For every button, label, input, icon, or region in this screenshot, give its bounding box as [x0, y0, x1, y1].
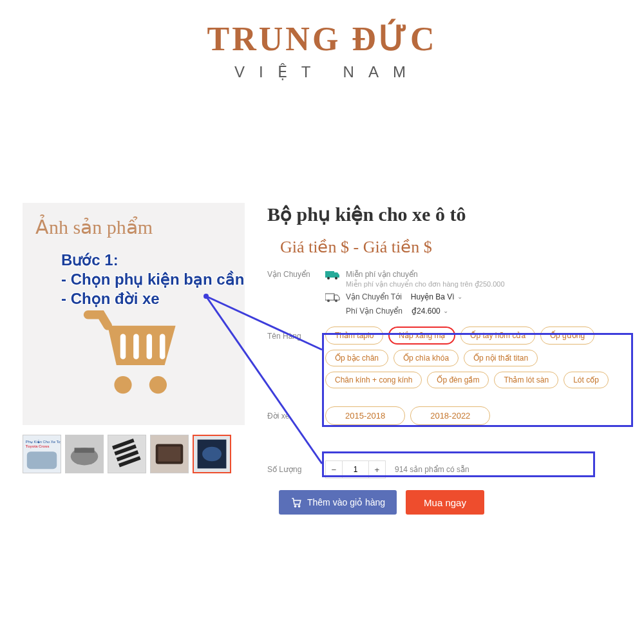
chevron-down-icon: ⌄	[443, 307, 448, 314]
variant-pill[interactable]: Thảm taplo	[325, 327, 383, 345]
cta-row: Thêm vào giỏ hàng Mua ngay	[279, 490, 638, 515]
svg-point-32	[335, 299, 337, 302]
variant-pill[interactable]: Ốp nội thất titan	[464, 350, 538, 366]
qty-value: 1	[343, 461, 368, 478]
cart-outline-icon	[290, 497, 302, 508]
product-title: Bộ phụ kiện cho xe ô tô	[267, 203, 638, 225]
svg-point-26	[202, 447, 222, 461]
ship-to-label: Vận Chuyển Tới	[346, 292, 402, 301]
thumbnail-strip: Phụ Kiện Cho Xe Toyota CrossToyota Cross	[23, 435, 231, 473]
chevron-down-icon: ⌄	[457, 293, 462, 300]
svg-text:Phụ Kiện Cho Xe Toyota Cross: Phụ Kiện Cho Xe Toyota Cross	[26, 440, 61, 444]
instruction-annotation: Bước 1: - Chọn phụ kiện bạn cần - Chọn đ…	[61, 251, 244, 309]
logo-main: TRUNG ĐỨC	[0, 19, 644, 58]
annotation-line-2: - Chọn đời xe	[61, 290, 244, 308]
svg-rect-27	[325, 271, 334, 278]
svg-rect-23	[158, 446, 181, 461]
buy-now-button[interactable]: Mua ngay	[406, 490, 484, 515]
variant-pill[interactable]: Ốp bậc chân	[325, 350, 388, 366]
cart-icon	[79, 299, 189, 409]
product-price: Giá tiền $ - Giá tiền $	[280, 237, 638, 257]
product-image-main[interactable]: Ảnh sản phẩm	[23, 203, 245, 425]
qty-plus-button[interactable]: +	[368, 461, 385, 478]
quantity-row: Số Lượng − 1 + 914 sản phẩm có sẵn	[267, 460, 638, 478]
variant-pill[interactable]: Ốp gương	[540, 327, 594, 345]
variant-pill[interactable]: Ốp chìa khóa	[393, 350, 459, 366]
free-shipping-title: Miễn phí vận chuyển	[346, 270, 505, 279]
svg-text:Toyota Cross: Toyota Cross	[26, 444, 50, 448]
stock-text: 914 sản phẩm có sẵn	[395, 465, 469, 474]
variant-pill[interactable]: Lót cốp	[564, 372, 609, 388]
svg-point-29	[335, 277, 337, 279]
thumbnail-3[interactable]	[108, 435, 146, 473]
variant-pill[interactable]: Ốp tay hõm cửa	[460, 327, 535, 345]
annotation-line-1: - Chọn phụ kiện bạn cần	[61, 270, 244, 289]
variant-pill[interactable]: Ốp đèn gầm	[427, 372, 489, 388]
truck-free-icon	[325, 270, 341, 280]
brand-header: TRUNG ĐỨC VIỆT NAM	[0, 0, 644, 81]
thumbnail-4[interactable]	[150, 435, 189, 473]
quantity-stepper: − 1 +	[325, 460, 386, 478]
year-pill[interactable]: 2018-2022	[410, 406, 490, 425]
year-label: Đời xe	[267, 406, 325, 421]
variant-pill[interactable]: Thảm lót sàn	[494, 372, 558, 388]
year-pills: 2015-2018 2018-2022	[325, 406, 638, 425]
free-shipping-sub: Miễn phí vận chuyển cho đơn hàng trên ₫2…	[346, 280, 505, 289]
variant-pills: Thảm taplo Nắp xăng mạ Ốp tay hõm cửa Ốp…	[325, 327, 638, 388]
ship-to-value[interactable]: Huyện Ba Vì⌄	[411, 292, 462, 301]
truck-icon	[325, 292, 341, 303]
svg-rect-15	[75, 448, 95, 453]
variant-label: Tên Hàng	[267, 327, 325, 341]
year-row: Đời xe 2015-2018 2018-2022	[267, 406, 638, 425]
shipping-block: Vận Chuyển Miễn phí vận chuyển Miễn phí …	[267, 270, 638, 317]
svg-rect-12	[27, 451, 57, 469]
annotation-title: Bước 1:	[61, 251, 244, 269]
thumbnail-5[interactable]	[193, 435, 231, 473]
variant-row: Tên Hàng Thảm taplo Nắp xăng mạ Ốp tay h…	[267, 327, 638, 388]
svg-point-5	[149, 376, 166, 393]
quantity-label: Số Lượng	[267, 465, 325, 474]
svg-point-31	[327, 299, 330, 302]
year-pill[interactable]: 2015-2018	[325, 406, 405, 425]
svg-point-28	[327, 277, 330, 279]
product-info: Bộ phụ kiện cho xe ô tô Giá tiền $ - Giá…	[267, 203, 638, 515]
svg-point-4	[114, 376, 131, 393]
svg-point-33	[294, 506, 296, 507]
variant-pill[interactable]: Chân kính + cong kính	[325, 372, 422, 388]
thumbnail-2[interactable]	[65, 435, 104, 473]
ship-fee-value[interactable]: ₫24.600⌄	[412, 307, 448, 316]
svg-point-34	[298, 506, 299, 507]
shipping-label: Vận Chuyển	[267, 270, 325, 279]
add-to-cart-button[interactable]: Thêm vào giỏ hàng	[279, 490, 397, 515]
logo-sub: VIỆT NAM	[0, 63, 644, 81]
ship-fee-label: Phí Vận Chuyển	[346, 307, 402, 316]
thumbnail-1[interactable]: Phụ Kiện Cho Xe Toyota CrossToyota Cross	[23, 435, 61, 473]
svg-rect-30	[325, 294, 334, 300]
variant-pill[interactable]: Nắp xăng mạ	[388, 327, 455, 345]
qty-minus-button[interactable]: −	[326, 461, 343, 478]
image-placeholder-text: Ảnh sản phẩm	[35, 216, 153, 238]
